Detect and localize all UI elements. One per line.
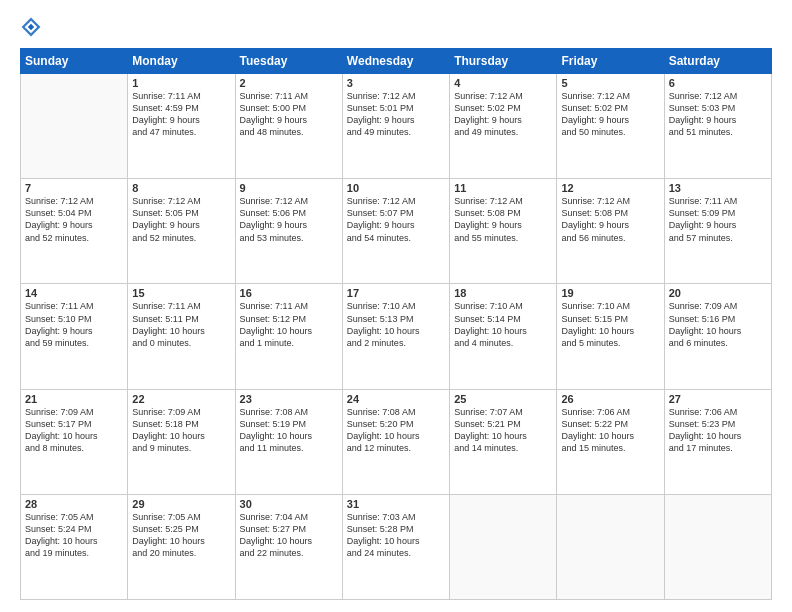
- calendar-cell: 18Sunrise: 7:10 AM Sunset: 5:14 PM Dayli…: [450, 284, 557, 389]
- day-number: 20: [669, 287, 767, 299]
- calendar-cell: 2Sunrise: 7:11 AM Sunset: 5:00 PM Daylig…: [235, 74, 342, 179]
- header: [20, 16, 772, 38]
- day-number: 4: [454, 77, 552, 89]
- day-info: Sunrise: 7:10 AM Sunset: 5:14 PM Dayligh…: [454, 300, 552, 349]
- day-number: 23: [240, 393, 338, 405]
- day-info: Sunrise: 7:10 AM Sunset: 5:13 PM Dayligh…: [347, 300, 445, 349]
- calendar-cell: 25Sunrise: 7:07 AM Sunset: 5:21 PM Dayli…: [450, 389, 557, 494]
- day-info: Sunrise: 7:04 AM Sunset: 5:27 PM Dayligh…: [240, 511, 338, 560]
- day-number: 15: [132, 287, 230, 299]
- calendar-cell: [664, 494, 771, 599]
- calendar-cell: 26Sunrise: 7:06 AM Sunset: 5:22 PM Dayli…: [557, 389, 664, 494]
- day-number: 28: [25, 498, 123, 510]
- day-number: 12: [561, 182, 659, 194]
- day-number: 31: [347, 498, 445, 510]
- calendar-cell: 7Sunrise: 7:12 AM Sunset: 5:04 PM Daylig…: [21, 179, 128, 284]
- calendar-cell: 17Sunrise: 7:10 AM Sunset: 5:13 PM Dayli…: [342, 284, 449, 389]
- day-info: Sunrise: 7:12 AM Sunset: 5:07 PM Dayligh…: [347, 195, 445, 244]
- day-info: Sunrise: 7:12 AM Sunset: 5:02 PM Dayligh…: [454, 90, 552, 139]
- day-number: 27: [669, 393, 767, 405]
- calendar-cell: 4Sunrise: 7:12 AM Sunset: 5:02 PM Daylig…: [450, 74, 557, 179]
- calendar-week-row: 7Sunrise: 7:12 AM Sunset: 5:04 PM Daylig…: [21, 179, 772, 284]
- day-info: Sunrise: 7:06 AM Sunset: 5:22 PM Dayligh…: [561, 406, 659, 455]
- day-info: Sunrise: 7:12 AM Sunset: 5:01 PM Dayligh…: [347, 90, 445, 139]
- calendar-cell: 9Sunrise: 7:12 AM Sunset: 5:06 PM Daylig…: [235, 179, 342, 284]
- day-number: 6: [669, 77, 767, 89]
- weekday-header-friday: Friday: [557, 49, 664, 74]
- day-number: 7: [25, 182, 123, 194]
- calendar-cell: 5Sunrise: 7:12 AM Sunset: 5:02 PM Daylig…: [557, 74, 664, 179]
- day-info: Sunrise: 7:11 AM Sunset: 5:09 PM Dayligh…: [669, 195, 767, 244]
- day-info: Sunrise: 7:11 AM Sunset: 5:00 PM Dayligh…: [240, 90, 338, 139]
- weekday-header-monday: Monday: [128, 49, 235, 74]
- day-number: 1: [132, 77, 230, 89]
- calendar-cell: 3Sunrise: 7:12 AM Sunset: 5:01 PM Daylig…: [342, 74, 449, 179]
- calendar-cell: [21, 74, 128, 179]
- day-number: 5: [561, 77, 659, 89]
- calendar-cell: 13Sunrise: 7:11 AM Sunset: 5:09 PM Dayli…: [664, 179, 771, 284]
- day-number: 16: [240, 287, 338, 299]
- day-info: Sunrise: 7:11 AM Sunset: 5:12 PM Dayligh…: [240, 300, 338, 349]
- calendar-cell: 27Sunrise: 7:06 AM Sunset: 5:23 PM Dayli…: [664, 389, 771, 494]
- calendar-week-row: 1Sunrise: 7:11 AM Sunset: 4:59 PM Daylig…: [21, 74, 772, 179]
- day-info: Sunrise: 7:05 AM Sunset: 5:24 PM Dayligh…: [25, 511, 123, 560]
- day-number: 10: [347, 182, 445, 194]
- day-info: Sunrise: 7:03 AM Sunset: 5:28 PM Dayligh…: [347, 511, 445, 560]
- day-info: Sunrise: 7:12 AM Sunset: 5:06 PM Dayligh…: [240, 195, 338, 244]
- day-info: Sunrise: 7:09 AM Sunset: 5:18 PM Dayligh…: [132, 406, 230, 455]
- calendar-cell: [450, 494, 557, 599]
- day-number: 22: [132, 393, 230, 405]
- day-number: 8: [132, 182, 230, 194]
- day-info: Sunrise: 7:08 AM Sunset: 5:19 PM Dayligh…: [240, 406, 338, 455]
- day-number: 25: [454, 393, 552, 405]
- calendar-cell: 10Sunrise: 7:12 AM Sunset: 5:07 PM Dayli…: [342, 179, 449, 284]
- day-number: 18: [454, 287, 552, 299]
- calendar-week-row: 28Sunrise: 7:05 AM Sunset: 5:24 PM Dayli…: [21, 494, 772, 599]
- day-number: 11: [454, 182, 552, 194]
- calendar-cell: 1Sunrise: 7:11 AM Sunset: 4:59 PM Daylig…: [128, 74, 235, 179]
- calendar-cell: [557, 494, 664, 599]
- calendar-cell: 31Sunrise: 7:03 AM Sunset: 5:28 PM Dayli…: [342, 494, 449, 599]
- calendar-cell: 30Sunrise: 7:04 AM Sunset: 5:27 PM Dayli…: [235, 494, 342, 599]
- calendar-cell: 20Sunrise: 7:09 AM Sunset: 5:16 PM Dayli…: [664, 284, 771, 389]
- day-info: Sunrise: 7:12 AM Sunset: 5:05 PM Dayligh…: [132, 195, 230, 244]
- weekday-header-saturday: Saturday: [664, 49, 771, 74]
- logo: [20, 16, 46, 38]
- day-number: 17: [347, 287, 445, 299]
- day-info: Sunrise: 7:06 AM Sunset: 5:23 PM Dayligh…: [669, 406, 767, 455]
- day-number: 2: [240, 77, 338, 89]
- calendar-cell: 11Sunrise: 7:12 AM Sunset: 5:08 PM Dayli…: [450, 179, 557, 284]
- day-info: Sunrise: 7:12 AM Sunset: 5:02 PM Dayligh…: [561, 90, 659, 139]
- calendar-week-row: 21Sunrise: 7:09 AM Sunset: 5:17 PM Dayli…: [21, 389, 772, 494]
- calendar-cell: 22Sunrise: 7:09 AM Sunset: 5:18 PM Dayli…: [128, 389, 235, 494]
- day-info: Sunrise: 7:07 AM Sunset: 5:21 PM Dayligh…: [454, 406, 552, 455]
- day-number: 9: [240, 182, 338, 194]
- calendar-page: SundayMondayTuesdayWednesdayThursdayFrid…: [0, 0, 792, 612]
- calendar-cell: 14Sunrise: 7:11 AM Sunset: 5:10 PM Dayli…: [21, 284, 128, 389]
- calendar-week-row: 14Sunrise: 7:11 AM Sunset: 5:10 PM Dayli…: [21, 284, 772, 389]
- calendar-cell: 21Sunrise: 7:09 AM Sunset: 5:17 PM Dayli…: [21, 389, 128, 494]
- day-info: Sunrise: 7:11 AM Sunset: 4:59 PM Dayligh…: [132, 90, 230, 139]
- day-info: Sunrise: 7:09 AM Sunset: 5:17 PM Dayligh…: [25, 406, 123, 455]
- day-number: 3: [347, 77, 445, 89]
- day-info: Sunrise: 7:10 AM Sunset: 5:15 PM Dayligh…: [561, 300, 659, 349]
- day-info: Sunrise: 7:12 AM Sunset: 5:08 PM Dayligh…: [561, 195, 659, 244]
- calendar-cell: 23Sunrise: 7:08 AM Sunset: 5:19 PM Dayli…: [235, 389, 342, 494]
- calendar-cell: 8Sunrise: 7:12 AM Sunset: 5:05 PM Daylig…: [128, 179, 235, 284]
- logo-icon: [20, 16, 42, 38]
- calendar-cell: 29Sunrise: 7:05 AM Sunset: 5:25 PM Dayli…: [128, 494, 235, 599]
- calendar-cell: 12Sunrise: 7:12 AM Sunset: 5:08 PM Dayli…: [557, 179, 664, 284]
- calendar-cell: 28Sunrise: 7:05 AM Sunset: 5:24 PM Dayli…: [21, 494, 128, 599]
- day-number: 24: [347, 393, 445, 405]
- calendar-cell: 19Sunrise: 7:10 AM Sunset: 5:15 PM Dayli…: [557, 284, 664, 389]
- day-info: Sunrise: 7:08 AM Sunset: 5:20 PM Dayligh…: [347, 406, 445, 455]
- weekday-header-wednesday: Wednesday: [342, 49, 449, 74]
- day-info: Sunrise: 7:05 AM Sunset: 5:25 PM Dayligh…: [132, 511, 230, 560]
- day-number: 29: [132, 498, 230, 510]
- day-info: Sunrise: 7:09 AM Sunset: 5:16 PM Dayligh…: [669, 300, 767, 349]
- day-number: 26: [561, 393, 659, 405]
- day-info: Sunrise: 7:12 AM Sunset: 5:04 PM Dayligh…: [25, 195, 123, 244]
- day-info: Sunrise: 7:11 AM Sunset: 5:11 PM Dayligh…: [132, 300, 230, 349]
- calendar-cell: 24Sunrise: 7:08 AM Sunset: 5:20 PM Dayli…: [342, 389, 449, 494]
- calendar-cell: 15Sunrise: 7:11 AM Sunset: 5:11 PM Dayli…: [128, 284, 235, 389]
